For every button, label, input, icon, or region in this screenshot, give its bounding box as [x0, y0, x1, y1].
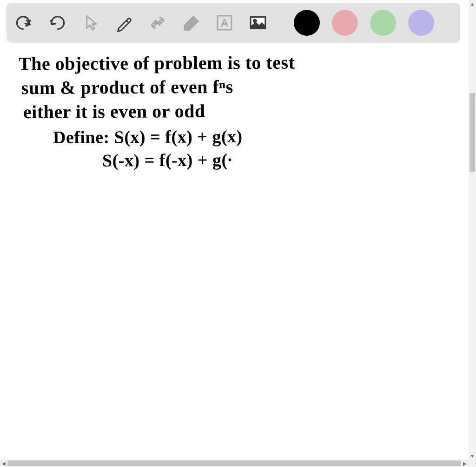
color-swatch-green[interactable] [370, 10, 396, 36]
handwriting-line: S(-x) = f(-x) + g(· [102, 149, 232, 170]
text-button[interactable] [214, 12, 235, 33]
svg-point-2 [253, 20, 256, 22]
scroll-right-button[interactable]: ▶ [461, 460, 469, 467]
scroll-down-button[interactable]: ▼ [469, 452, 476, 460]
tools-button[interactable] [147, 12, 168, 33]
svg-rect-0 [218, 16, 231, 30]
undo-button[interactable] [13, 12, 34, 33]
eraser-icon [182, 13, 200, 32]
pointer-icon [81, 13, 100, 32]
vertical-scrollbar[interactable]: ▲ ▼ [469, 0, 476, 460]
pencil-icon [115, 13, 133, 32]
handwriting-line: either it is even or odd [23, 100, 205, 123]
undo-icon [14, 13, 33, 32]
scroll-up-button[interactable]: ▲ [469, 0, 476, 7]
image-button[interactable] [247, 12, 269, 33]
handwriting-line: Define: S(x) = f(x) + g(x) [53, 126, 243, 147]
pointer-button[interactable] [80, 12, 101, 33]
eraser-button[interactable] [180, 12, 202, 33]
color-swatch-black[interactable] [294, 10, 320, 36]
whiteboard-app: The objective of problem is to test sum … [0, 0, 476, 467]
handwriting-line: The objective of problem is to test [19, 51, 295, 74]
color-swatch-purple[interactable] [408, 10, 434, 36]
vertical-scroll-thumb[interactable] [469, 93, 475, 172]
handwriting-line: sum & product of even fⁿs [21, 76, 233, 99]
redo-icon [48, 13, 66, 32]
wrench-icon [148, 13, 167, 32]
scroll-left-button[interactable]: ◀ [0, 460, 7, 467]
toolbar [7, 3, 460, 43]
pencil-button[interactable] [113, 12, 135, 33]
image-icon [249, 13, 267, 32]
color-swatch-pink[interactable] [332, 10, 358, 36]
redo-button[interactable] [46, 12, 68, 33]
scrollbar-corner [469, 460, 476, 467]
canvas-viewport: The objective of problem is to test sum … [0, 0, 469, 460]
horizontal-scrollbar[interactable]: ◀ ▶ [0, 460, 469, 467]
text-icon [215, 13, 234, 32]
canvas-content[interactable]: The objective of problem is to test sum … [7, 47, 460, 456]
horizontal-scroll-thumb[interactable] [7, 460, 461, 466]
